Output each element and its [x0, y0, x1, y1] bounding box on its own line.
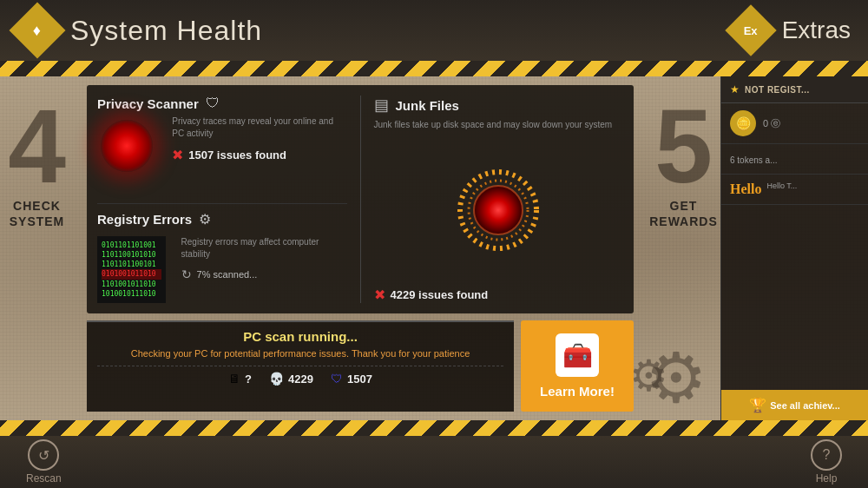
junk-count-icon: 💀	[269, 372, 284, 386]
rescan-icon: ↺	[28, 439, 59, 471]
bottom-row: PC scan running... Checking your PC for …	[87, 320, 634, 412]
step5-area: 5 GETREWARDS	[647, 76, 720, 420]
vertical-divider	[360, 96, 361, 303]
extras-logo: Ex	[725, 4, 776, 56]
hello-brand: Hello	[730, 181, 761, 197]
learn-more-button[interactable]: 🧰 Learn More!	[521, 320, 634, 412]
header-logo-symbol: ♦	[33, 22, 41, 40]
junk-desc: Junk files take up disk space and may sl…	[374, 119, 624, 131]
junk-count-val: 4229	[288, 373, 313, 386]
center-panel: Privacy Scanner 🛡 Privacy traces may rev…	[74, 76, 647, 420]
step4-label: CHECKSYSTEM	[10, 198, 65, 229]
privacy-count-icon: 🛡	[331, 372, 343, 386]
privacy-title: Privacy Scanner	[97, 96, 199, 111]
unknown-count-item: 🖥 ?	[228, 372, 252, 386]
binary-display: 0101101101001 1101100101010 110110110010…	[97, 236, 166, 303]
header: ♦ System Health Ex Extras	[0, 0, 868, 61]
privacy-count-text: 1507 issues found	[188, 148, 286, 162]
scan-counts: 🖥 ? 💀 4229 🛡 1507	[97, 366, 503, 386]
reward-coin-icon: 🪙	[730, 110, 756, 136]
header-left: ♦ System Health	[17, 10, 262, 50]
unknown-count: ?	[245, 373, 252, 386]
binary-row: 1010010111010	[102, 289, 161, 299]
hello-card: Hello Hello T...	[721, 175, 868, 205]
header-logo: ♦	[9, 2, 65, 58]
reward-count: 0 ⓔ	[763, 117, 780, 130]
privacy-header: Privacy Scanner 🛡	[97, 96, 347, 111]
see-all-button[interactable]: 🏆 See all achiev...	[721, 390, 868, 420]
scan-desc-text: Checking your PC for potential performan…	[131, 348, 349, 359]
step4-number: 4	[8, 94, 66, 198]
registry-title: Registry Errors	[97, 212, 192, 227]
privacy-desc: Privacy traces may reveal your online an…	[172, 115, 346, 140]
junk-error-icon: ✖	[374, 287, 385, 303]
help-icon: ?	[811, 439, 842, 471]
hello-text: Hello T...	[766, 181, 797, 197]
scan-progress: ↻ 7% scanned...	[181, 267, 347, 281]
privacy-count-item: 🛡 1507	[331, 372, 372, 386]
footer: ↺ Rescan ? Help	[0, 436, 868, 488]
card-top: Privacy Scanner 🛡 Privacy traces may rev…	[97, 96, 623, 303]
not-registered-row: ★ NOT REGIST...	[721, 76, 868, 103]
reward-item: 🪙 0 ⓔ	[721, 103, 868, 144]
binary-row: 1101101100101	[102, 260, 161, 269]
privacy-error-icon: ✖	[172, 147, 183, 163]
step5-label: GETREWARDS	[649, 198, 718, 229]
rescan-button[interactable]: ↺ Rescan	[26, 439, 62, 485]
step4-area: 4 CHECKSYSTEM	[0, 76, 74, 420]
thank-you-text: Thank you for your patience	[352, 348, 470, 359]
privacy-scanner-section: Privacy Scanner 🛡 Privacy traces may rev…	[97, 96, 347, 196]
registry-section: Registry Errors ⚙ 0101101101001 11011001…	[97, 203, 347, 303]
privacy-visual	[97, 115, 156, 176]
junk-count-item: 💀 4229	[269, 372, 313, 386]
binary-row: 0101101101001	[102, 241, 161, 250]
step5-number: 5	[654, 94, 713, 198]
privacy-icon: 🛡	[206, 96, 220, 111]
junk-icon: ▤	[374, 96, 389, 115]
registry-icon: ⚙	[199, 211, 211, 228]
pc-icon: 🖥	[228, 372, 240, 386]
tokens-text: 6 tokens a...	[730, 155, 777, 165]
junk-section: ▤ Junk Files Junk files take up disk spa…	[374, 96, 624, 303]
junk-visual	[374, 142, 624, 278]
scan-desc: Checking your PC for potential performan…	[97, 348, 503, 359]
content-area: 4 CHECKSYSTEM Privacy Scanner 🛡	[0, 76, 868, 420]
privacy-count-val: 1507	[347, 373, 372, 386]
hazard-stripe-top	[0, 61, 868, 76]
page-title: System Health	[70, 15, 262, 47]
progress-text: 7% scanned...	[197, 269, 258, 280]
learn-more-icon: 🧰	[556, 333, 599, 377]
extras-logo-symbol: Ex	[744, 24, 758, 37]
junk-header: ▤ Junk Files	[374, 96, 624, 115]
tokens-row: 6 tokens a...	[721, 144, 868, 175]
registry-header: Registry Errors ⚙	[97, 211, 347, 228]
help-label: Help	[816, 472, 838, 485]
not-registered-text: NOT REGIST...	[745, 85, 810, 95]
header-right: Ex Extras	[733, 12, 851, 49]
right-panel: ★ NOT REGIST... 🪙 0 ⓔ 6 tokens a... Hell…	[720, 76, 868, 420]
hazard-stripe-bottom	[0, 420, 868, 436]
gauge-ring	[455, 167, 542, 254]
scan-title: PC scan running...	[243, 329, 358, 344]
registry-desc: Registry errors may affect computer stab…	[181, 236, 347, 260]
extras-title: Extras	[782, 16, 851, 44]
binary-row: 1101001011010	[102, 280, 161, 289]
rescan-label: Rescan	[26, 472, 62, 485]
scan-bar: PC scan running... Checking your PC for …	[87, 320, 514, 412]
binary-row: 1101100101010	[102, 250, 161, 260]
progress-icon: ↻	[181, 267, 192, 281]
star-icon: ★	[730, 83, 740, 96]
junk-issue-count: ✖ 4229 issues found	[374, 287, 624, 303]
help-button[interactable]: ? Help	[811, 439, 842, 485]
junk-count-text: 4229 issues found	[391, 288, 489, 301]
trophy-icon: 🏆	[749, 397, 766, 413]
privacy-issue-count: ✖ 1507 issues found	[172, 147, 346, 163]
registry-info: Registry errors may affect computer stab…	[181, 236, 347, 281]
red-glow	[101, 120, 153, 172]
scan-title-row: PC scan running...	[97, 329, 503, 345]
binary-row: 0101001011010	[102, 269, 161, 279]
main-card: Privacy Scanner 🛡 Privacy traces may rev…	[87, 85, 634, 313]
see-all-label: See all achiev...	[770, 400, 840, 411]
junk-title: Junk Files	[396, 98, 459, 113]
learn-more-label: Learn More!	[540, 384, 615, 399]
